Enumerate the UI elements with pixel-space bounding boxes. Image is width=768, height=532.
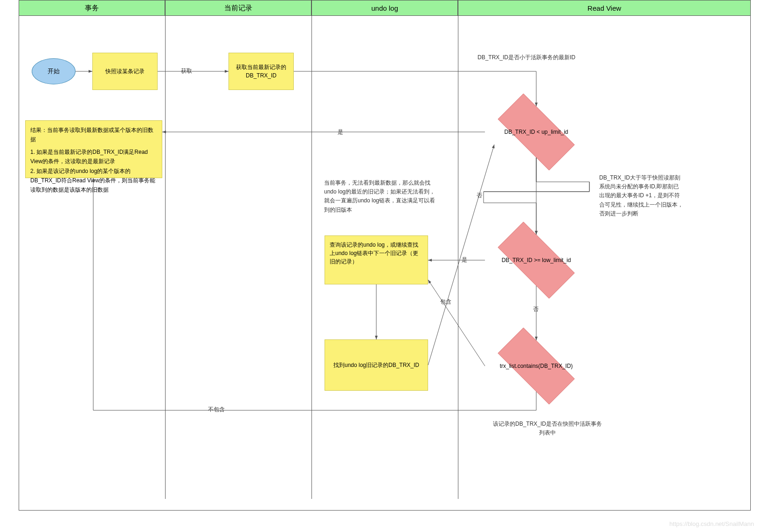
- get-trx-id-box: 获取当前最新记录的 DB_TRX_ID: [228, 53, 294, 90]
- edge-label-no-1: 否: [477, 192, 482, 200]
- decision-up-limit: DB_TRX_ID < up_limit_id: [485, 106, 588, 158]
- decision-trx-contains-label: trx_list.contains(DB_TRX_ID): [485, 340, 588, 392]
- annotation-3: 该记录的DB_TRX_ID是否在快照中活跃事务列表中: [491, 420, 603, 437]
- edge-label-no-2: 否: [533, 305, 539, 313]
- snapshot-read-box: 快照读某条记录: [92, 53, 158, 90]
- edge-label-not-contains: 不包含: [208, 406, 225, 414]
- result-item-1: 1. 如果是当前最新记录的DB_TRX_ID满足Read View的条件，这读取…: [30, 147, 157, 166]
- start-node: 开始: [32, 58, 76, 84]
- lane-divider-1: [165, 16, 166, 499]
- decision-low-limit-label: DB_TRX_ID >= low_limit_id: [485, 235, 588, 286]
- lane-header-4: Read View: [458, 0, 751, 16]
- result-box: 结果：当前事务读取到最新数据或某个版本的旧数据 1. 如果是当前最新记录的DB_…: [25, 120, 162, 178]
- undo-found-box: 找到undo log旧记录的DB_TRX_ID: [325, 339, 428, 391]
- decision-up-limit-label: DB_TRX_ID < up_limit_id: [485, 106, 588, 158]
- result-item-2: 2. 如果是该记录的undo log的某个版本的DB_TRX_ID符合Read …: [30, 166, 157, 195]
- lane-header-2: 当前记录: [165, 0, 311, 16]
- edge-label-yes-1: 是: [338, 128, 343, 136]
- result-title: 结果：当前事务读取到最新数据或某个版本的旧数据: [30, 125, 157, 145]
- edge-label-get: 获取: [181, 67, 192, 75]
- annotation-2: DB_TRX_ID大于等于快照读那刻系统尚未分配的事务ID,即那刻已出现的最大事…: [599, 173, 683, 218]
- lane-header-3: undo log: [311, 0, 458, 16]
- lane-divider-2: [311, 16, 312, 499]
- lane-divider-3: [458, 16, 458, 499]
- annotation-1: DB_TRX_ID是否小于活跃事务的最新ID: [477, 54, 599, 62]
- decision-trx-contains: trx_list.contains(DB_TRX_ID): [485, 340, 588, 392]
- diagram-canvas: 事务 当前记录 undo log Read View 开始 快照读某条记录 获取…: [0, 0, 768, 532]
- edge-label-yes-2: 是: [462, 256, 467, 264]
- undo-query-box: 查询该记录的undo log，或继续查找上undo log链表中下一个旧记录（更…: [325, 235, 428, 284]
- annotation-4: 当前事务，无法看到最新数据，那么就会找undo log的最近的旧记录；如果还无法…: [324, 179, 436, 214]
- decision-low-limit: DB_TRX_ID >= low_limit_id: [485, 235, 588, 286]
- lane-header-1: 事务: [19, 0, 165, 16]
- edge-label-contains: 包含: [440, 298, 451, 306]
- watermark: https://blog.csdn.net/SnailMann: [670, 520, 754, 527]
